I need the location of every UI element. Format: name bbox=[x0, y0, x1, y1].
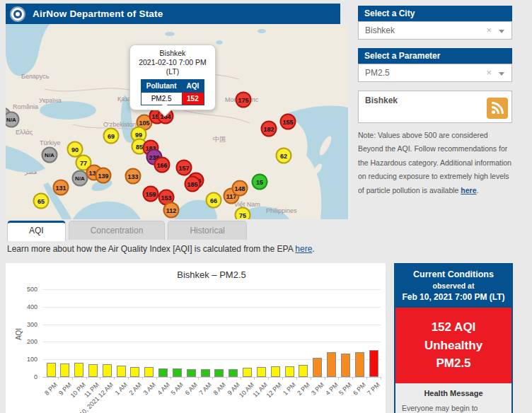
city-clear-icon[interactable]: × bbox=[486, 22, 492, 39]
conditions-title: Current Conditions bbox=[398, 269, 509, 279]
chart-bar[interactable] bbox=[144, 367, 154, 377]
app-header: AirNow Department of State bbox=[6, 4, 340, 24]
aqi-marker[interactable]: 75 bbox=[235, 207, 251, 220]
city-select[interactable]: Bishkek × bbox=[358, 21, 512, 40]
aqi-map[interactable]: БеларусьУкраїнаRomâniaΕλλάςTürkiyeҚазақс… bbox=[6, 24, 348, 219]
chart-bar[interactable] bbox=[103, 364, 112, 377]
chart-bar[interactable] bbox=[313, 358, 322, 377]
x-tick-label: 8 PM bbox=[43, 381, 59, 397]
chart-bar[interactable] bbox=[74, 363, 83, 377]
feed-box: Bishkek bbox=[358, 91, 512, 123]
x-tick-mark bbox=[226, 377, 227, 380]
aqi-marker[interactable]: 159 bbox=[143, 186, 159, 202]
x-tick-mark bbox=[72, 377, 73, 380]
chart-bar[interactable] bbox=[299, 365, 308, 377]
epa-learn-more-link[interactable]: here bbox=[295, 244, 312, 254]
aqi-marker[interactable]: N/A bbox=[42, 147, 58, 163]
learn-more-text: Learn more about how the Air Quality Ind… bbox=[7, 244, 315, 254]
aqi-marker[interactable]: 133 bbox=[125, 168, 141, 185]
aqi-marker[interactable]: 157 bbox=[176, 160, 192, 176]
chart-bar[interactable] bbox=[88, 364, 98, 377]
x-tick-mark bbox=[86, 377, 87, 380]
chart-bar[interactable] bbox=[187, 369, 196, 377]
popup-aqi-value: 152 bbox=[182, 93, 204, 105]
x-tick-mark bbox=[184, 377, 185, 380]
aqi-marker[interactable]: 155 bbox=[280, 114, 296, 130]
x-tick-label: 3 PM bbox=[310, 381, 325, 397]
chart-bar[interactable] bbox=[158, 368, 168, 377]
x-tick-label: 1 AM bbox=[114, 381, 129, 397]
x-tick-mark bbox=[381, 377, 381, 380]
x-tick-mark bbox=[296, 377, 297, 380]
y-tick-label: 100 bbox=[16, 356, 37, 363]
y-tick-label: 500 bbox=[16, 286, 37, 293]
chart-bar[interactable] bbox=[355, 352, 364, 377]
parameter-caret-down-icon[interactable] bbox=[499, 72, 504, 76]
aqi-marker[interactable]: 175 bbox=[236, 92, 252, 108]
x-tick-label: 10 AM bbox=[238, 381, 255, 399]
aqi-marker[interactable]: 131 bbox=[53, 180, 69, 196]
aqi-marker[interactable]: 166 bbox=[154, 157, 170, 173]
note-after: . bbox=[477, 186, 479, 194]
x-tick-mark bbox=[128, 377, 129, 380]
city-caret-down-icon[interactable] bbox=[499, 30, 504, 33]
x-tick-mark bbox=[170, 377, 171, 380]
x-tick-label: 4 AM bbox=[156, 381, 171, 397]
chart-bar[interactable] bbox=[341, 354, 350, 377]
note-here-link[interactable]: here bbox=[461, 186, 476, 194]
chart-bar[interactable] bbox=[117, 366, 126, 377]
popup-col-aqi: AQI bbox=[182, 80, 204, 93]
chart-bar[interactable] bbox=[173, 368, 182, 377]
aqi-marker[interactable]: 69 bbox=[103, 128, 120, 144]
aqi-marker[interactable]: 112 bbox=[163, 202, 180, 219]
chart-bar[interactable] bbox=[201, 369, 210, 377]
x-tick-label: 3 AM bbox=[141, 381, 157, 397]
aqi-marker[interactable]: 65 bbox=[33, 193, 50, 209]
chart-bar[interactable] bbox=[285, 366, 294, 377]
aqi-chart-panel: Bishkek – PM2.5 AQI 01002003004005008 PM… bbox=[6, 263, 386, 413]
map-place-label: مصر bbox=[25, 168, 37, 175]
tab-aqi[interactable]: AQI bbox=[7, 221, 66, 241]
health-message-title: Health Message bbox=[402, 389, 505, 397]
aqi-marker[interactable]: 66 bbox=[206, 192, 222, 209]
x-tick-mark bbox=[268, 377, 269, 380]
airnow-dashboard: AirNow Department of State bbox=[0, 0, 532, 413]
x-tick-label: 10 PM bbox=[69, 381, 86, 399]
chart-bar[interactable] bbox=[60, 363, 69, 377]
chart-bar[interactable] bbox=[271, 366, 280, 377]
aqi-marker[interactable]: 185 bbox=[185, 176, 201, 192]
chart-bar[interactable] bbox=[214, 369, 224, 377]
aqi-marker[interactable]: 182 bbox=[261, 121, 277, 137]
parameter-select[interactable]: PM2.5 × bbox=[358, 64, 512, 82]
parameter-clear-icon[interactable]: × bbox=[486, 64, 492, 81]
popup-col-pollutant: Pollutant bbox=[141, 80, 181, 93]
aqi-marker[interactable]: 139 bbox=[96, 168, 112, 184]
chart-bar[interactable] bbox=[327, 352, 336, 377]
chart-bar[interactable] bbox=[229, 369, 238, 377]
x-tick-label: 12 PM bbox=[265, 381, 283, 399]
x-tick-mark bbox=[325, 377, 325, 380]
rss-feed-icon[interactable] bbox=[487, 98, 508, 119]
x-tick-mark bbox=[366, 377, 367, 380]
x-tick-label: 2 PM bbox=[296, 381, 311, 397]
aqi-marker[interactable]: 62 bbox=[276, 148, 292, 164]
x-tick-mark bbox=[241, 377, 241, 380]
tab-concentration[interactable]: Concentration bbox=[69, 221, 166, 240]
x-tick-label: 6 AM bbox=[184, 381, 200, 397]
aqi-marker[interactable]: 15 bbox=[252, 174, 268, 190]
feed-city-title: Bishkek bbox=[365, 95, 398, 105]
chart-bar[interactable] bbox=[257, 367, 266, 377]
chart-title: Bishkek – PM2.5 bbox=[42, 269, 381, 280]
popup-table: Pollutant AQI PM2.5 152 bbox=[141, 79, 205, 105]
x-tick-mark bbox=[338, 377, 339, 380]
chart-bar[interactable] bbox=[130, 367, 139, 377]
tab-historical[interactable]: Historical bbox=[168, 221, 246, 240]
current-conditions-panel: Current Conditions observed at Feb 10, 2… bbox=[394, 263, 513, 413]
conditions-aqi-category: Unhealthy bbox=[398, 337, 509, 355]
view-tabs: AQI Concentration Historical bbox=[7, 221, 247, 241]
aqi-marker[interactable]: 148 bbox=[232, 180, 248, 197]
chart-bar[interactable] bbox=[243, 368, 252, 377]
chart-bar[interactable] bbox=[369, 350, 378, 377]
chart-bar[interactable] bbox=[47, 363, 56, 377]
select-city-header: Select a City bbox=[358, 6, 512, 21]
